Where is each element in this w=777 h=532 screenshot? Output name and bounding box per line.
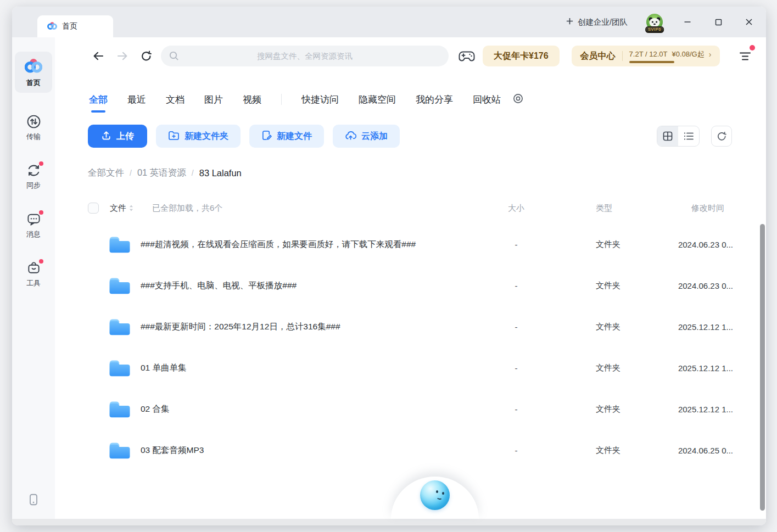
- file-name: ###支持手机、电脑、电视、平板播放###: [141, 280, 297, 292]
- new-folder-button[interactable]: 新建文件夹: [156, 125, 241, 148]
- file-name: ###最新更新时间：2025年12月12日，总计316集###: [141, 321, 340, 333]
- grid-view-button[interactable]: [657, 126, 678, 146]
- list-view-button[interactable]: [678, 126, 699, 146]
- breadcrumb-separator: /: [130, 169, 132, 177]
- mascot-smile: [436, 495, 443, 500]
- notification-dot: [39, 259, 43, 264]
- tab-quick-access[interactable]: 快捷访问: [301, 93, 339, 106]
- maximize-button[interactable]: [711, 15, 725, 29]
- file-size: -: [489, 281, 544, 290]
- storage-usage: 7.2T / 12.0T: [629, 50, 668, 58]
- file-row[interactable]: ###支持手机、电脑、电视、平板播放### - 文件夹 2024.06.23 0…: [88, 265, 733, 306]
- new-file-label: 新建文件: [277, 131, 312, 142]
- folder-icon: [109, 236, 131, 254]
- file-row[interactable]: ###最新更新时间：2025年12月12日，总计316集### - 文件夹 20…: [88, 306, 733, 348]
- cloud-add-icon: [345, 130, 356, 143]
- create-team-button[interactable]: 创建企业/团队: [566, 17, 628, 27]
- size-column-label: 大小: [489, 203, 544, 214]
- tab-documents[interactable]: 文档: [166, 93, 185, 106]
- file-row[interactable]: ###超清视频，在线观看会压缩画质，如果要画质好，请下载下来观看### - 文件…: [88, 224, 733, 265]
- upload-label: 上传: [116, 131, 134, 142]
- new-file-button[interactable]: 新建文件: [249, 125, 324, 148]
- home-tab[interactable]: 首页: [37, 15, 113, 37]
- refresh-page-button[interactable]: [141, 51, 152, 62]
- sidebar-item-messages[interactable]: 消息: [15, 211, 52, 239]
- storage-quota[interactable]: 7.2T / 12.0T ¥0.08/G起 ›: [629, 49, 712, 63]
- folder-icon: [109, 441, 131, 460]
- view-toggle: [657, 126, 700, 147]
- file-name: 01 单曲单集: [141, 362, 187, 374]
- file-row[interactable]: 02 合集 - 文件夹 2025.12.12 1...: [88, 389, 733, 430]
- category-tabs: 全部 最近 文档 图片 视频 快捷访问 隐藏空间 我的分享 回收站: [89, 90, 523, 109]
- file-column-sort[interactable]: 文件: [110, 203, 133, 214]
- member-center-button[interactable]: 会员中心 7.2T / 12.0T ¥0.08/G起 ›: [572, 46, 720, 66]
- tab-images[interactable]: 图片: [204, 93, 223, 106]
- mobile-app-button[interactable]: [12, 492, 55, 509]
- target-icon[interactable]: [513, 93, 523, 106]
- file-row[interactable]: 03 配套音频MP3 - 文件夹 2024.06.25 0...: [88, 430, 733, 471]
- assistant-mascot[interactable]: [391, 477, 479, 519]
- divider: [281, 94, 282, 105]
- file-modified: 2025.12.12 1...: [656, 405, 733, 414]
- divider: [622, 51, 623, 61]
- file-type: 文件夹: [544, 404, 656, 415]
- cloud-add-button[interactable]: 云添加: [333, 125, 400, 148]
- upload-button[interactable]: 上传: [88, 125, 147, 148]
- promo-year-card-label: 大促年卡¥176: [494, 51, 549, 62]
- transfer-icon: [26, 114, 41, 129]
- sidebar-label-tools: 工具: [26, 278, 41, 288]
- search-icon: [169, 51, 179, 63]
- refresh-list-button[interactable]: [711, 126, 732, 147]
- breadcrumb: 全部文件 / 01 英语资源 / 83 Lalafun: [88, 167, 242, 179]
- vertical-scrollbar[interactable]: [760, 224, 765, 511]
- chevron-right-icon: ›: [709, 50, 712, 59]
- app-window: 首页 创建企业/团队 SVIP6: [12, 7, 766, 525]
- file-type: 文件夹: [544, 322, 656, 332]
- promo-year-card-button[interactable]: 大促年卡¥176: [483, 46, 560, 66]
- breadcrumb-item[interactable]: 全部文件: [88, 167, 124, 179]
- sync-icon: [26, 163, 41, 178]
- file-modified: 2024.06.23 0...: [656, 281, 733, 290]
- new-folder-label: 新建文件夹: [185, 131, 228, 142]
- new-file-icon: [261, 130, 272, 143]
- tab-videos[interactable]: 视频: [243, 93, 261, 106]
- breadcrumb-item[interactable]: 01 英语资源: [137, 167, 186, 179]
- notification-dot: [39, 210, 43, 215]
- avatar[interactable]: SVIP6: [646, 14, 663, 30]
- sidebar-item-transfer[interactable]: 传输: [15, 114, 52, 142]
- sidebar: 首页 传输 同步: [12, 37, 55, 519]
- close-button[interactable]: [742, 15, 756, 29]
- notification-dot: [750, 45, 755, 51]
- tab-all[interactable]: 全部: [89, 93, 108, 106]
- file-modified: 2024.06.25 0...: [656, 446, 733, 455]
- tab-recycle-bin[interactable]: 回收站: [473, 93, 501, 106]
- tab-recent[interactable]: 最近: [127, 93, 146, 106]
- search-input[interactable]: [161, 46, 449, 66]
- bottom-bar: [12, 519, 766, 525]
- mascot-eye: [436, 490, 438, 493]
- search-box: [161, 46, 449, 66]
- file-row[interactable]: 01 单曲单集 - 文件夹 2025.12.12 1...: [88, 348, 733, 389]
- sidebar-item-home[interactable]: 首页: [15, 52, 52, 93]
- file-modified: 2025.12.12 1...: [656, 322, 733, 332]
- file-type: 文件夹: [544, 281, 656, 291]
- games-icon[interactable]: [459, 49, 475, 63]
- file-size: -: [489, 240, 544, 249]
- file-type: 文件夹: [544, 363, 656, 373]
- tab-hidden-space[interactable]: 隐藏空间: [359, 93, 396, 106]
- mascot-eye: [442, 492, 444, 495]
- folder-icon: [109, 318, 131, 336]
- minimize-button[interactable]: [680, 15, 695, 29]
- forward-button[interactable]: [116, 51, 128, 61]
- file-name: 02 合集: [141, 404, 170, 415]
- file-modified: 2025.12.12 1...: [656, 363, 733, 373]
- sidebar-item-tools[interactable]: 工具: [15, 260, 52, 288]
- back-button[interactable]: [92, 51, 104, 61]
- sidebar-item-sync[interactable]: 同步: [15, 163, 52, 191]
- file-size: -: [489, 446, 544, 455]
- tab-my-shares[interactable]: 我的分享: [416, 93, 453, 106]
- toolbox-icon: [26, 260, 41, 276]
- tab-title: 首页: [62, 21, 77, 31]
- select-all-checkbox[interactable]: [88, 203, 99, 214]
- main-menu-button[interactable]: [738, 49, 752, 63]
